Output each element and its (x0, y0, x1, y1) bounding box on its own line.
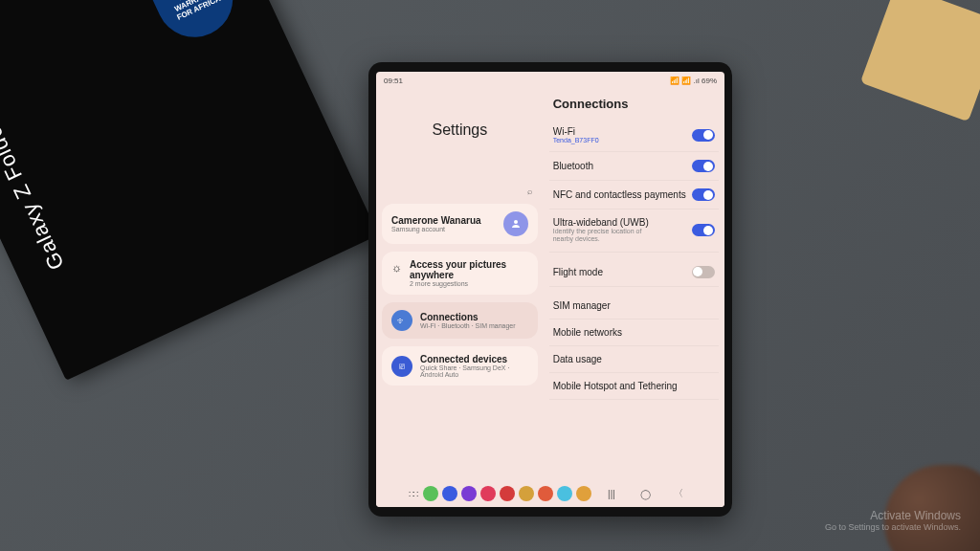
row-title: Bluetooth (553, 161, 593, 171)
svg-point-0 (514, 220, 518, 224)
row-wi-fi[interactable]: Wi-FiTenda_B73FF0 (549, 119, 719, 152)
watermark-sub: Go to Settings to activate Windows. (825, 522, 961, 532)
toggle[interactable] (692, 160, 715, 172)
app-icon[interactable] (461, 486, 477, 501)
suggestion-title: Access your pictures anywhere (410, 259, 528, 280)
search-icon: ⌕ (527, 187, 532, 196)
nav-bar: ∷∷ ||| ◯ 〈 (376, 480, 724, 507)
item-icon: ᯤ (391, 310, 412, 331)
row-title: SIM manager (553, 300, 611, 311)
wooden-block (860, 0, 980, 121)
item-icon: ⎚ (391, 356, 412, 377)
row-sim-manager[interactable]: SIM manager (549, 293, 719, 320)
row-mobile-hotspot-and-tethering[interactable]: Mobile Hotspot and Tethering (549, 373, 719, 400)
settings-item-connected-devices[interactable]: ⎚ Connected devices Quick Share · Samsun… (382, 346, 538, 386)
watermark: Activate Windows Go to Settings to activ… (825, 509, 961, 532)
settings-detail: Connections Wi-FiTenda_B73FF0BluetoothNF… (544, 89, 724, 480)
status-right: 📶 📶 .ıl 69% (670, 77, 717, 85)
product-name: Galaxy Z Fold6 (0, 121, 70, 274)
device-frame: 09:51 📶 📶 .ıl 69% Settings ⌕ Camerone Wa… (368, 62, 732, 517)
app-icon[interactable] (500, 486, 515, 501)
row-mobile-networks[interactable]: Mobile networks (549, 320, 719, 346)
detail-title: Connections (553, 97, 719, 111)
app-icon[interactable] (557, 486, 572, 501)
row-ultra-wideband-uwb-[interactable]: Ultra-wideband (UWB)Identify the precise… (549, 209, 719, 253)
row-nfc-and-contactless-payments[interactable]: NFC and contactless payments (549, 181, 719, 209)
hand (884, 465, 980, 551)
app-icon[interactable] (423, 486, 438, 501)
toggle[interactable] (692, 266, 715, 278)
row-sub: Tenda_B73FF0 (553, 137, 599, 143)
product-box: 24 MONTH WARRANTY FOR AFRICA Galaxy Z Fo… (0, 0, 379, 381)
row-bluetooth[interactable]: Bluetooth (549, 152, 719, 181)
battery-level: 69% (702, 77, 717, 85)
apps-icon[interactable]: ∷∷ (409, 489, 416, 499)
page-title: Settings (382, 121, 538, 139)
account-card[interactable]: Camerone Wanarua Samsung account (382, 204, 538, 244)
back-button[interactable]: 〈 (665, 487, 692, 500)
row-title: NFC and contactless payments (553, 189, 686, 200)
item-sub: Wi-Fi · Bluetooth · SIM manager (420, 322, 516, 329)
row-title: Ultra-wideband (UWB) (553, 217, 658, 228)
row-title: Flight mode (553, 267, 603, 277)
item-title: Connections (420, 312, 516, 322)
watermark-title: Activate Windows (825, 509, 961, 522)
row-title: Mobile networks (553, 327, 622, 338)
row-data-usage[interactable]: Data usage (549, 346, 719, 373)
account-sub: Samsung account (391, 226, 481, 232)
toggle[interactable] (692, 188, 715, 201)
screen: 09:51 📶 📶 .ıl 69% Settings ⌕ Camerone Wa… (376, 72, 724, 507)
recents-button[interactable]: ||| (598, 489, 625, 499)
row-title: Data usage (553, 354, 602, 364)
toggle[interactable] (692, 224, 715, 236)
home-button[interactable]: ◯ (632, 489, 658, 499)
toggle[interactable] (692, 129, 715, 142)
app-icon[interactable] (480, 486, 496, 501)
row-title: Mobile Hotspot and Tethering (553, 381, 678, 391)
clock: 09:51 (384, 77, 403, 85)
status-bar: 09:51 📶 📶 .ıl 69% (376, 72, 724, 89)
row-sub: Identify the precise location of nearby … (553, 228, 658, 244)
row-title: Wi-Fi (553, 126, 599, 137)
item-title: Connected devices (420, 354, 528, 364)
item-sub: Quick Share · Samsung DeX · Android Auto (420, 364, 528, 378)
search-button[interactable]: ⌕ (382, 187, 538, 196)
suggestion-card[interactable]: ☼ Access your pictures anywhere 2 more s… (382, 252, 538, 295)
app-icon[interactable] (576, 486, 591, 501)
suggestion-sub: 2 more suggestions (410, 280, 528, 287)
avatar (503, 211, 528, 236)
warranty-badge: 24 MONTH WARRANTY FOR AFRICA (140, 0, 246, 50)
settings-master: Settings ⌕ Camerone Wanarua Samsung acco… (376, 89, 544, 480)
app-icon[interactable] (538, 486, 553, 501)
app-icon[interactable] (519, 486, 534, 501)
account-name: Camerone Wanarua (391, 215, 481, 226)
settings-item-connections[interactable]: ᯤ Connections Wi-Fi · Bluetooth · SIM ma… (382, 302, 538, 339)
bulb-icon: ☼ (391, 261, 402, 275)
app-icon[interactable] (442, 486, 457, 501)
row-flight-mode[interactable]: Flight mode (549, 258, 719, 287)
